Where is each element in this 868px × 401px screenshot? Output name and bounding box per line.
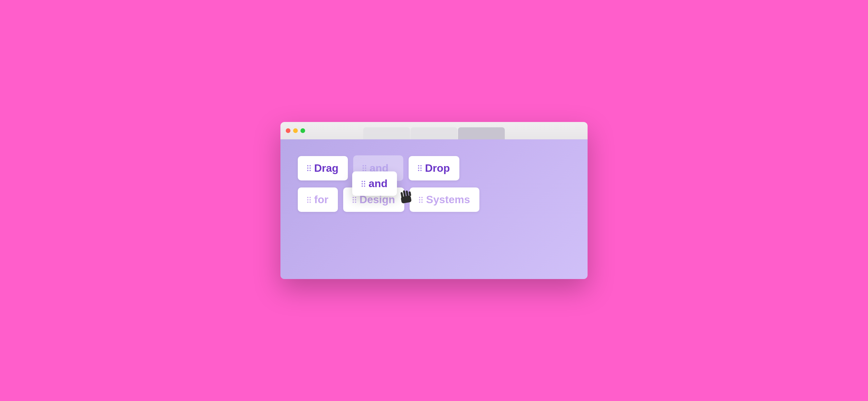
handle-dot [307, 165, 308, 166]
handle-dot [419, 197, 420, 198]
traffic-lights [286, 128, 305, 133]
svg-rect-3 [406, 191, 409, 197]
handle-dot [309, 199, 311, 200]
drag-handle-design [352, 197, 356, 203]
handle-dot [307, 170, 308, 171]
handle-dot-ghost [365, 167, 366, 169]
handle-dot [364, 181, 365, 182]
browser-window: Drag and [280, 122, 588, 279]
handle-dot [352, 197, 354, 198]
svg-rect-2 [403, 190, 406, 197]
word-systems-label: Systems [426, 194, 470, 206]
drag-handle-for [307, 197, 311, 203]
handle-dot [307, 199, 308, 200]
word-card-systems[interactable]: Systems [410, 188, 479, 212]
close-button[interactable] [286, 128, 290, 133]
word-card-for[interactable]: for [298, 188, 338, 212]
word-drop-label: Drop [425, 162, 450, 174]
handle-dot [362, 185, 363, 187]
handle-dot [421, 197, 423, 198]
word-for-label: for [314, 194, 329, 206]
handle-dot [419, 201, 420, 203]
word-and-dragging-label: and [369, 177, 388, 190]
drag-handle-and-dragging [362, 181, 365, 187]
handle-dot [309, 197, 311, 198]
handle-dot-ghost [365, 170, 366, 171]
handle-dot [419, 199, 420, 200]
drag-handle-drop [418, 165, 422, 171]
handle-dot [418, 170, 419, 171]
word-row-2: for Design [298, 188, 570, 212]
handle-dot [309, 170, 311, 171]
handle-dot [355, 201, 356, 203]
handle-dot [309, 167, 311, 169]
handle-dot [420, 167, 422, 169]
handle-dot [364, 185, 365, 187]
handle-dot [418, 167, 419, 169]
browser-tab-2[interactable] [411, 127, 457, 139]
handle-dot [421, 201, 423, 203]
handle-dot-ghost [363, 165, 364, 166]
handle-dot-ghost [363, 167, 364, 169]
word-card-and-dragging[interactable]: and [352, 171, 397, 196]
handle-dot [307, 197, 308, 198]
word-drag-label: Drag [314, 162, 339, 174]
word-card-drop[interactable]: Drop [409, 156, 459, 180]
handle-dot [418, 165, 419, 166]
drag-handle-drag [307, 165, 311, 171]
handle-dot-ghost [365, 165, 366, 166]
handle-dot [421, 199, 423, 200]
handle-dot [420, 170, 422, 171]
browser-tab-3[interactable] [458, 127, 505, 139]
handle-dot [309, 165, 311, 166]
maximize-button[interactable] [301, 128, 305, 133]
handle-dot [352, 201, 354, 203]
handle-dot [364, 183, 365, 184]
svg-rect-1 [401, 192, 404, 199]
drag-handle-and-ghost [363, 165, 366, 171]
drag-handle-systems [419, 197, 423, 203]
svg-rect-4 [409, 191, 411, 196]
word-row-1: Drag and [298, 155, 570, 181]
handle-dot [420, 165, 422, 166]
minimize-button[interactable] [293, 128, 298, 133]
handle-dot [355, 197, 356, 198]
handle-dot [362, 181, 363, 182]
handle-dot-ghost [363, 170, 364, 171]
handle-dot [362, 183, 363, 184]
browser-tabs [280, 122, 588, 139]
browser-tab-1[interactable] [363, 127, 410, 139]
handle-dot [307, 201, 308, 203]
browser-titlebar [280, 122, 588, 139]
handle-dot [309, 201, 311, 203]
handle-dot [352, 199, 354, 200]
handle-dot [355, 199, 356, 200]
word-card-drag[interactable]: Drag [298, 156, 348, 180]
handle-dot [307, 167, 308, 169]
browser-content: Drag and [280, 139, 588, 279]
